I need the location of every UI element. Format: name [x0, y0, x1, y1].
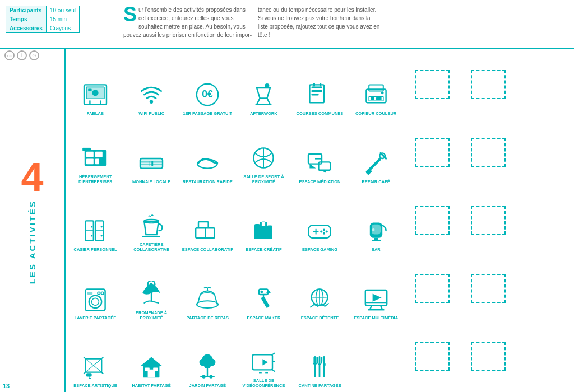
wifi-label: WIFI PUBLIC	[138, 111, 164, 116]
activity-detente[interactable]: ESPACE DÉTENTE	[293, 255, 346, 321]
checkbox-item-6[interactable]	[461, 188, 515, 253]
activity-repas[interactable]: PARTAGE DE REPAS	[180, 255, 234, 321]
svg-rect-7	[88, 89, 91, 91]
bar-label: BAR	[371, 247, 380, 252]
checkbox-2[interactable]	[471, 70, 506, 99]
activity-laverie[interactable]: LAVERIE PARTAGÉE	[68, 255, 122, 321]
activity-multimedia[interactable]: ESPACE MULTIMÉDIA	[349, 255, 403, 321]
activity-bar[interactable]: BAR	[349, 188, 403, 253]
artistique-label: ESPACE ARTISTIQUE	[73, 383, 117, 388]
svg-point-94	[261, 290, 263, 293]
checkbox-item-2[interactable]	[461, 52, 515, 117]
cafetiere-label: CAFETIÈRE COLLABORATIVE	[126, 242, 177, 252]
svg-rect-32	[95, 158, 99, 164]
empty-3	[517, 188, 571, 253]
activity-artistique[interactable]: ESPACE ARTISTIQUE	[68, 324, 122, 389]
activity-habitat[interactable]: HABITAT PARTAGÉ	[124, 324, 178, 389]
svg-point-126	[202, 375, 206, 378]
checkbox-7[interactable]	[415, 274, 450, 303]
checkbox-item-1[interactable]	[405, 52, 459, 117]
monnaie-icon: |||	[137, 148, 166, 178]
section-number: 4	[21, 157, 43, 197]
svg-line-109	[101, 357, 103, 358]
checkbox-1[interactable]	[415, 70, 450, 99]
svg-rect-63	[196, 228, 206, 238]
checkbox-10[interactable]	[471, 342, 506, 371]
section-title: LES ACTIVITÉS	[27, 200, 37, 284]
activity-passage[interactable]: 0€ 1er PASSAGE GRATUIT	[180, 52, 234, 117]
activity-monnaie[interactable]: ||| MONNAIE LOCALE	[124, 119, 178, 185]
empty-2	[517, 119, 571, 185]
afterwork-icon	[249, 80, 278, 109]
svg-rect-27	[376, 97, 382, 100]
activity-promenade[interactable]: PROMENADE À PROXIMITÉ	[124, 255, 178, 321]
activity-cafetiere[interactable]: CAFETIÈRE COLLABORATIVE	[124, 188, 178, 253]
temps-value: 15 min	[46, 15, 79, 24]
accessoires-label: Accessoires	[6, 24, 47, 33]
afterwork-label: AFTERWORK	[250, 111, 277, 116]
svg-line-111	[101, 372, 103, 374]
svg-rect-117	[153, 368, 158, 371]
checkbox-item-3[interactable]	[405, 119, 459, 185]
activity-hebergement[interactable]: HÉBERGEMENT D'ENTREPRISES	[68, 119, 122, 185]
collaboratif-icon	[193, 216, 222, 245]
activity-wifi[interactable]: WIFI PUBLIC	[124, 52, 178, 117]
multimedia-icon	[362, 284, 391, 314]
svg-point-73	[326, 231, 328, 233]
checkbox-item-4[interactable]	[461, 119, 515, 185]
activity-maker[interactable]: ESPACE MAKER	[237, 255, 290, 321]
activity-fablab[interactable]: FABLAB	[68, 52, 122, 117]
svg-line-11	[257, 99, 260, 105]
checkbox-6[interactable]	[471, 206, 506, 235]
maker-label: ESPACE MAKER	[247, 315, 280, 320]
copieur-label: COPIEUR COULEUR	[355, 111, 396, 116]
activity-sport[interactable]: SALLE DE SPORT À PROXIMITÉ	[237, 119, 290, 185]
cantine-label: CANTINE PARTAGÉE	[299, 383, 341, 388]
activity-cantine[interactable]: CANTINE PARTAGÉE	[293, 324, 346, 389]
checkbox-item-7[interactable]	[405, 255, 459, 321]
activity-afterwork[interactable]: AFTERWORK	[237, 52, 290, 117]
collaboratif-label: ESPACE COLLABORATIF	[182, 247, 233, 252]
header-info-table: Participants10 ou seul Temps15 min Acces…	[6, 6, 80, 33]
activity-jardin[interactable]: JARDIN PARTAGÉ	[180, 324, 234, 389]
page-number: 13	[3, 382, 10, 389]
svg-marker-129	[263, 359, 269, 365]
activity-casier[interactable]: CASIER PERSONNEL	[68, 188, 122, 253]
monnaie-label: MONNAIE LOCALE	[132, 179, 170, 184]
activity-courses[interactable]: COURSES COMMUNES	[293, 52, 346, 117]
svg-point-72	[323, 229, 325, 231]
activity-videoconf[interactable]: SALLE DE VIDÉOCONFÉRENCE	[237, 324, 290, 389]
restauration-label: RESTAURATION RAPIDE	[183, 179, 233, 184]
checkbox-5[interactable]	[415, 206, 450, 235]
activity-restauration[interactable]: RESTAURATION RAPIDE	[180, 119, 234, 185]
activity-gaming[interactable]: ESPACE GAMING	[293, 188, 346, 253]
svg-line-108	[84, 357, 85, 358]
svg-rect-31	[86, 158, 94, 164]
svg-line-130	[272, 353, 275, 354]
activity-copieur[interactable]: COPIEUR COULEUR	[349, 52, 403, 117]
videoconf-label: SALLE DE VIDÉOCONFÉRENCE	[238, 378, 289, 388]
detente-icon	[305, 284, 334, 314]
activity-creatif[interactable]: ESPACE CRÉATIF	[237, 188, 290, 253]
hebergement-icon	[81, 143, 110, 172]
multimedia-label: ESPACE MULTIMÉDIA	[354, 315, 398, 320]
checkbox-3[interactable]	[415, 138, 450, 167]
passage-icon: 0€	[193, 80, 222, 109]
checkbox-8[interactable]	[471, 274, 506, 303]
checkbox-item-5[interactable]	[405, 188, 459, 253]
checkbox-item-8[interactable]	[461, 255, 515, 321]
checkbox-4[interactable]	[471, 138, 506, 167]
activity-repair[interactable]: REPAIR CAFÉ	[349, 119, 403, 185]
svg-rect-23	[369, 85, 383, 91]
checkbox-9[interactable]	[415, 342, 450, 371]
laverie-label: LAVERIE PARTAGÉE	[75, 315, 117, 320]
checkbox-item-10[interactable]	[461, 324, 515, 389]
checkbox-item-9[interactable]	[405, 324, 459, 389]
sport-icon	[249, 143, 278, 172]
activity-collaboratif[interactable]: ESPACE COLLABORATIF	[180, 188, 234, 253]
svg-rect-18	[312, 90, 322, 92]
activity-mediation[interactable]: ESPACE MÉDIATION	[293, 119, 346, 185]
svg-rect-67	[267, 226, 273, 238]
courses-icon	[305, 80, 334, 109]
svg-point-82	[89, 295, 101, 307]
